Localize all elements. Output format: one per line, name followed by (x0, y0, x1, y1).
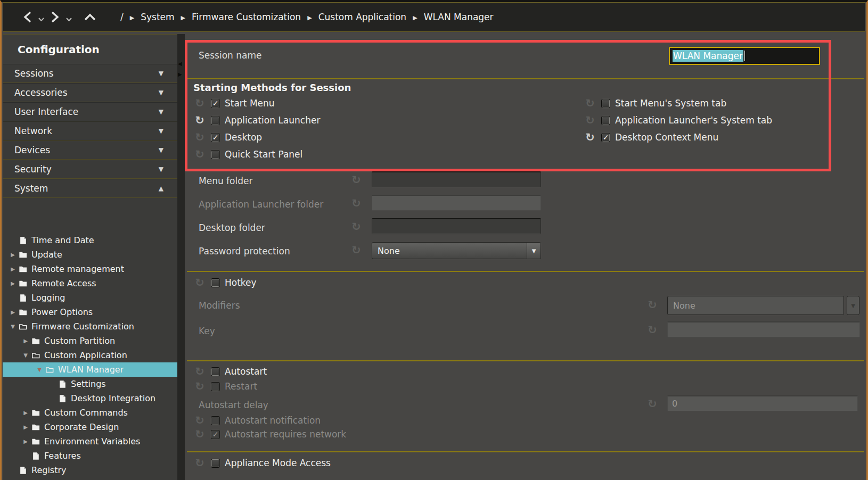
back-button[interactable] (19, 8, 35, 26)
hotkey-checkbox-row[interactable]: ↺Hotkey (193, 275, 257, 291)
starting-method-application-launcher-s-system-tab[interactable]: ↺Application Launcher's System tab (584, 112, 772, 129)
sidebar-item-user-interface[interactable]: User Interface▼ (3, 102, 177, 121)
checkbox[interactable] (601, 99, 610, 108)
reset-icon[interactable]: ↺ (193, 277, 206, 288)
tree-item-label: Remote Access (31, 278, 96, 288)
expander-collapsed-icon[interactable]: ▶ (22, 338, 29, 344)
checkbox[interactable] (211, 367, 220, 376)
checkbox[interactable] (211, 278, 220, 287)
expander-collapsed-icon[interactable]: ▶ (22, 438, 29, 444)
reset-icon[interactable]: ↺ (584, 115, 596, 126)
up-level-button[interactable] (82, 8, 98, 26)
sidebar-item-accessories[interactable]: Accessories▼ (3, 83, 177, 102)
starting-method-start-menu[interactable]: ↺✓Start Menu (193, 95, 320, 112)
checkbox[interactable] (211, 116, 220, 125)
checkbox[interactable] (211, 150, 220, 159)
sidebar-item-sessions[interactable]: Sessions▼ (3, 64, 177, 83)
starting-method-start-menu-s-system-tab[interactable]: ↺Start Menu's System tab (584, 95, 772, 112)
restart-checkbox-row: ↺Restart (193, 379, 257, 393)
sidebar-splitter[interactable]: ◀ ▶ (177, 34, 185, 480)
tree-item-update[interactable]: ▶Update (3, 247, 177, 262)
expander-collapsed-icon[interactable]: ▶ (9, 309, 17, 315)
accordion-label: Devices (14, 145, 50, 155)
menu-folder-input[interactable] (372, 171, 541, 187)
autostart-checkbox-row[interactable]: ↺Autostart (193, 365, 267, 378)
expander-expanded-icon[interactable]: ▼ (22, 352, 29, 358)
expander-collapsed-icon[interactable]: ▶ (9, 280, 17, 286)
tree-item-features[interactable]: Features (3, 449, 177, 463)
appliance-mode-access-row[interactable]: ↺Appliance Mode Access (193, 456, 331, 470)
breadcrumb-system[interactable]: System (141, 12, 174, 22)
breadcrumb-custom-application[interactable]: Custom Application (318, 12, 407, 22)
desktop-folder-input[interactable] (372, 218, 541, 234)
tree-item-custom-application[interactable]: ▼Custom Application (3, 348, 177, 362)
tree-item-label: Features (44, 451, 81, 461)
tree-item-logging[interactable]: Logging (3, 291, 177, 305)
tree-item-custom-commands[interactable]: ▶Custom Commands (3, 405, 177, 420)
checkbox-label: Hotkey (225, 277, 257, 288)
tree-item-label: Time and Date (31, 235, 94, 245)
expander-expanded-icon[interactable]: ▼ (36, 367, 43, 373)
sidebar-item-security[interactable]: Security▼ (3, 160, 177, 179)
tree-item-environment-variables[interactable]: ▶Environment Variables (3, 434, 177, 449)
expander-collapsed-icon[interactable]: ▶ (9, 252, 17, 258)
expander-collapsed-icon[interactable]: ▶ (22, 424, 29, 430)
section-divider (187, 78, 864, 79)
tree-item-remote-management[interactable]: ▶Remote management (3, 262, 177, 276)
reset-icon[interactable]: ↺ (584, 98, 596, 109)
checkbox[interactable] (211, 459, 220, 468)
back-history-dropdown-icon[interactable] (37, 8, 45, 26)
expander-collapsed-icon[interactable]: ▶ (9, 266, 17, 272)
forward-history-dropdown-icon[interactable] (65, 8, 72, 26)
reset-icon[interactable]: ↺ (584, 132, 596, 143)
checkbox-label: Desktop (225, 132, 262, 143)
autostart-delay-label: Autostart delay (199, 400, 268, 410)
reset-icon[interactable]: ↺ (193, 149, 206, 160)
folder-icon (18, 251, 28, 259)
breadcrumb-separator-icon: ▶ (413, 14, 417, 21)
breadcrumb-root[interactable]: / (120, 12, 124, 22)
checkbox[interactable]: ✓ (211, 133, 220, 142)
expander-collapsed-icon[interactable]: ▶ (22, 410, 29, 416)
collapse-left-icon[interactable]: ◀ (178, 61, 182, 67)
reset-icon[interactable]: ↺ (193, 366, 206, 377)
tree-item-firmware-customization[interactable]: ▼Firmware Customization (3, 319, 177, 334)
password-protection-select[interactable]: None ▼ (372, 242, 541, 259)
starting-method-desktop-context-menu[interactable]: ↺✓Desktop Context Menu (584, 129, 772, 146)
tree-item-registry[interactable]: Registry (3, 463, 177, 477)
tree-item-remote-access[interactable]: ▶Remote Access (3, 276, 177, 291)
checkbox[interactable] (601, 116, 610, 125)
sidebar-item-devices[interactable]: Devices▼ (3, 140, 177, 160)
chevron-down-icon: ▼ (159, 165, 163, 173)
checkbox[interactable]: ✓ (601, 133, 610, 142)
expander-expanded-icon[interactable]: ▼ (9, 324, 17, 329)
key-input (667, 321, 860, 337)
tree-item-desktop-integration[interactable]: Desktop Integration (3, 391, 177, 405)
reset-icon[interactable]: ↺ (193, 458, 206, 469)
tree-item-time-and-date[interactable]: Time and Date (3, 233, 177, 247)
sidebar-item-system[interactable]: System▲ (3, 179, 177, 198)
starting-method-application-launcher[interactable]: ↺Application Launcher (193, 112, 320, 129)
reset-icon[interactable]: ↺ (350, 245, 363, 256)
tree-item-wlan-manager[interactable]: ▼WLAN Manager (3, 362, 177, 377)
tree-item-settings[interactable]: Settings (3, 377, 177, 391)
breadcrumb-firmware-customization[interactable]: Firmware Customization (192, 12, 301, 22)
starting-method-quick-start-panel[interactable]: ↺Quick Start Panel (193, 146, 320, 163)
checkbox[interactable]: ✓ (211, 99, 220, 108)
sidebar-item-network[interactable]: Network▼ (3, 121, 177, 140)
reset-icon[interactable]: ↺ (193, 115, 206, 126)
breadcrumb-wlan-manager[interactable]: WLAN Manager (424, 12, 494, 22)
tree-item-custom-partition[interactable]: ▶Custom Partition (3, 334, 177, 348)
session-name-input[interactable]: WLAN Manager (669, 47, 820, 65)
reset-icon[interactable]: ↺ (193, 132, 206, 143)
reset-icon[interactable]: ↺ (193, 98, 206, 109)
tree-item-power-options[interactable]: ▶Power Options (3, 305, 177, 319)
tree-item-corporate-design[interactable]: ▶Corporate Design (3, 420, 177, 434)
chevron-down-icon[interactable]: ▼ (527, 243, 541, 259)
expand-right-icon[interactable]: ▶ (178, 71, 182, 77)
reset-icon[interactable]: ↺ (350, 221, 363, 233)
forward-button[interactable] (47, 8, 63, 26)
reset-icon[interactable]: ↺ (350, 175, 363, 186)
starting-method-desktop[interactable]: ↺✓Desktop (193, 129, 320, 146)
folder-open-icon (18, 322, 28, 331)
